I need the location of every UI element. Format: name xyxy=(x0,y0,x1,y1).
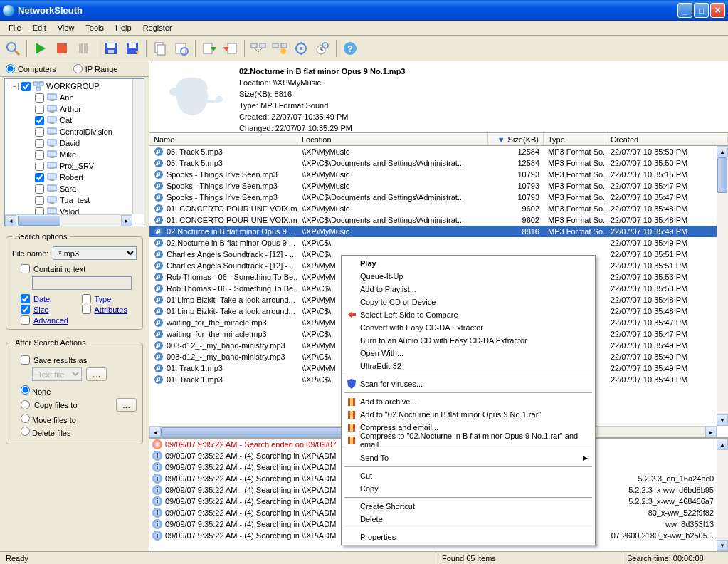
table-row[interactable]: Spooks - Things Ir've Seen.mp3 \\XP\MyMu… xyxy=(149,180,728,192)
col-type[interactable]: Type xyxy=(544,133,606,145)
cm-compress-rar-email[interactable]: Compress to "02.Nocturne in B flat minor… xyxy=(343,434,594,446)
menu-file[interactable]: File xyxy=(3,22,27,33)
date-checkbox[interactable] xyxy=(21,294,30,303)
copy-icon[interactable] xyxy=(150,38,170,58)
cm-add-rar[interactable]: Add to "02.Nocturne in B flat minor Opus… xyxy=(343,408,594,421)
save-icon[interactable] xyxy=(101,38,121,58)
attributes-link[interactable]: Attributes xyxy=(95,306,127,314)
menu-tools[interactable]: Tools xyxy=(80,22,110,33)
col-created[interactable]: Created xyxy=(606,133,728,145)
menu-register[interactable]: Register xyxy=(137,22,178,33)
tree-item[interactable]: Arthur xyxy=(35,103,144,115)
stop-icon[interactable] xyxy=(52,38,72,58)
cm-queue[interactable]: Queue-It-Up xyxy=(343,270,594,283)
tree-item[interactable]: Tua_test xyxy=(35,194,144,206)
cm-shortcut[interactable]: Create Shortcut xyxy=(343,500,594,513)
scope-computers[interactable]: Computers xyxy=(6,64,56,73)
save-as-icon[interactable] xyxy=(122,38,142,58)
cm-add-playlist[interactable]: Add to Playlist... xyxy=(343,283,594,296)
containing-text-input[interactable] xyxy=(32,276,132,290)
size-link[interactable]: Size xyxy=(33,306,48,314)
table-row[interactable]: 05. Track 5.mp3 \\XP\MyMusic 12584 MP3 F… xyxy=(149,146,728,157)
date-link[interactable]: Date xyxy=(33,295,50,303)
size-checkbox[interactable] xyxy=(21,305,30,314)
col-size[interactable]: ▼Size(KB) xyxy=(488,133,544,145)
action-move[interactable]: Move files to xyxy=(21,414,137,424)
clock-icon[interactable] xyxy=(312,38,332,58)
minimize-button[interactable]: _ xyxy=(677,3,692,18)
col-location[interactable]: Location xyxy=(297,133,488,145)
filename-input[interactable]: *.mp3 xyxy=(53,246,137,260)
browse-button[interactable]: ... xyxy=(86,367,107,381)
search-icon[interactable] xyxy=(3,38,23,58)
tree-item[interactable]: CentralDivision xyxy=(35,126,144,137)
log-scrollbar-vertical[interactable]: ▲ ▼ xyxy=(717,439,728,551)
settings-icon[interactable] xyxy=(291,38,311,58)
col-name[interactable]: Name xyxy=(149,133,297,145)
table-row[interactable]: 01. CONCERTO POUR UNE VOIX.mp3 \\XP\MyMu… xyxy=(149,203,728,214)
containing-text-checkbox[interactable] xyxy=(21,264,30,273)
computer-tree[interactable]: − WORKGROUP Ann Arthur Cat CentralDivisi… xyxy=(4,78,144,226)
cell-created: 22/07/07 10:35:50 PM xyxy=(606,147,728,156)
action-none[interactable]: None xyxy=(21,385,137,396)
play-icon[interactable] xyxy=(31,38,51,58)
menu-view[interactable]: View xyxy=(52,22,80,33)
cm-play[interactable]: Play xyxy=(343,257,594,270)
cm-archive[interactable]: Add to archive... xyxy=(343,395,594,408)
network-icon[interactable] xyxy=(248,38,268,58)
action-delete[interactable]: Delete files xyxy=(21,427,137,437)
cm-copy[interactable]: Copy xyxy=(343,482,594,495)
grid-scrollbar-vertical[interactable]: ▲ ▼ xyxy=(717,146,728,426)
tree-item[interactable]: David xyxy=(35,137,144,149)
cell-created: 22/07/07 10:35:49 PM xyxy=(606,239,728,247)
save-format-select[interactable]: Text file xyxy=(32,367,82,381)
table-row[interactable]: 05. Track 5.mp3 \\XP\C$\Documents and Se… xyxy=(149,157,728,169)
save-results-checkbox[interactable] xyxy=(21,355,30,365)
import-icon[interactable] xyxy=(221,38,241,58)
cm-delete[interactable]: Delete xyxy=(343,513,594,526)
cm-open-with[interactable]: Open With... xyxy=(343,347,594,360)
cm-cut[interactable]: Cut xyxy=(343,469,594,482)
cm-properties[interactable]: Properties xyxy=(343,531,594,543)
preview-icon[interactable] xyxy=(172,38,191,58)
type-checkbox[interactable] xyxy=(82,294,91,303)
advanced-link[interactable]: Advanced xyxy=(33,316,68,325)
cm-send-to[interactable]: Send To▶ xyxy=(343,451,594,464)
network-settings-icon[interactable] xyxy=(270,38,290,58)
cell-size: 12584 xyxy=(488,147,544,156)
advanced-checkbox[interactable] xyxy=(21,315,30,325)
cm-burn[interactable]: Burn to an Audio CD with Easy CD-DA Extr… xyxy=(343,334,594,347)
table-row[interactable]: 01. CONCERTO POUR UNE VOIX.mp3 \\XP\C$\D… xyxy=(149,214,728,226)
table-row[interactable]: 02.Nocturne in B flat minor Opus 9 ... \… xyxy=(149,237,728,249)
table-row[interactable]: Spooks - Things Ir've Seen.mp3 \\XP\MyMu… xyxy=(149,169,728,180)
tree-item[interactable]: Ann xyxy=(35,92,144,103)
cm-copy-cd[interactable]: Copy to CD or Device xyxy=(343,296,594,308)
attributes-checkbox[interactable] xyxy=(82,305,91,314)
tree-scrollbar-vertical[interactable] xyxy=(132,79,144,214)
pause-icon[interactable] xyxy=(73,38,93,58)
tree-item[interactable]: Robert xyxy=(35,172,144,183)
tree-item[interactable]: Mike xyxy=(35,149,144,160)
scope-iprange[interactable]: IP Range xyxy=(73,64,118,73)
type-link[interactable]: Type xyxy=(95,295,112,303)
close-button[interactable]: ✕ xyxy=(710,3,725,18)
music-file-icon xyxy=(154,283,164,293)
music-file-icon xyxy=(154,204,164,214)
menu-edit[interactable]: Edit xyxy=(27,22,52,33)
table-row[interactable]: Spooks - Things Ir've Seen.mp3 \\XP\C$\D… xyxy=(149,192,728,203)
menu-help[interactable]: Help xyxy=(110,22,137,33)
tree-item[interactable]: Sara xyxy=(35,183,144,194)
table-row[interactable]: 02.Nocturne in B flat minor Opus 9 ... \… xyxy=(149,226,728,237)
tree-item[interactable]: Cat xyxy=(35,115,144,126)
tree-item[interactable]: Proj_SRV xyxy=(35,160,144,172)
action-copy[interactable]: Copy files to ... xyxy=(21,398,137,412)
help-icon[interactable]: ? xyxy=(340,38,360,58)
copy-browse-button[interactable]: ... xyxy=(116,398,137,412)
cm-convert[interactable]: Convert with Easy CD-DA Extractor xyxy=(343,321,594,334)
maximize-button[interactable]: □ xyxy=(694,3,709,18)
export-icon[interactable] xyxy=(199,38,219,58)
cm-scan[interactable]: Scan for viruses... xyxy=(343,377,594,390)
cm-select-left[interactable]: Select Left Side to Compare xyxy=(343,308,594,321)
tree-scrollbar-horizontal[interactable]: ◄► xyxy=(5,214,132,226)
cm-ultraedit[interactable]: UltraEdit-32 xyxy=(343,360,594,372)
